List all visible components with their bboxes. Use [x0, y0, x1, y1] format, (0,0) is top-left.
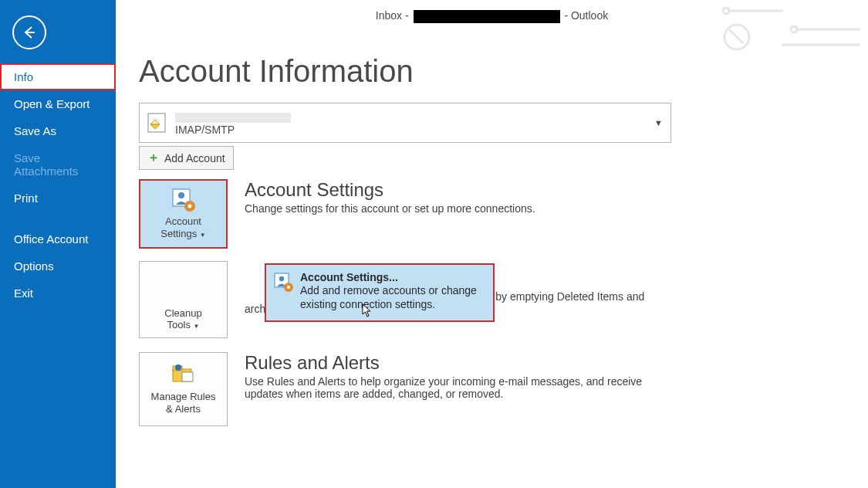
title-suffix: - Outlook: [564, 9, 608, 22]
chevron-down-icon: ▼: [200, 232, 206, 239]
back-arrow-icon: [21, 24, 38, 41]
window-title: Inbox - - Outlook: [139, 0, 845, 28]
chevron-down-icon: ▼: [194, 323, 200, 330]
account-settings-desc: Change settings for this account or set …: [245, 202, 677, 215]
backstage-sidebar: Info Open & Export Save As Save Attachme…: [0, 0, 116, 488]
nav-open-export[interactable]: Open & Export: [0, 90, 116, 117]
cleanup-tools-btn-line2: Tools: [167, 319, 191, 330]
account-settings-heading: Account Settings: [245, 179, 845, 201]
account-protocol: IMAP/SMTP: [175, 124, 654, 136]
add-account-label: Add Account: [164, 152, 225, 164]
svg-point-11: [178, 192, 184, 198]
nav-save-attachments: Save Attachments: [0, 144, 116, 185]
plus-icon: ＋: [147, 150, 160, 166]
main-content: Inbox - - Outlook Account Information: [116, 0, 868, 488]
manage-rules-btn-line2: & Alerts: [166, 403, 201, 415]
account-settings-button[interactable]: Account Settings ▼: [139, 179, 228, 249]
popup-title: Account Settings...: [300, 271, 485, 283]
title-email-redacted: [414, 10, 560, 23]
account-settings-menu-item[interactable]: Account Settings... Add and remove accou…: [265, 263, 495, 322]
account-settings-btn-line2: Settings: [160, 228, 197, 239]
nav-save-as[interactable]: Save As: [0, 117, 116, 144]
nav-office-account[interactable]: Office Account: [0, 225, 116, 252]
account-settings-btn-line1: Account: [165, 215, 201, 227]
cleanup-tools-btn-line1: Cleanup: [164, 307, 201, 319]
svg-point-17: [175, 364, 181, 371]
folder-alert-icon: [171, 363, 196, 388]
manage-rules-button[interactable]: Manage Rules & Alerts: [139, 352, 228, 426]
chevron-down-icon: ▼: [654, 118, 663, 127]
manage-rules-btn-line1: Manage Rules: [151, 391, 216, 402]
svg-point-19: [279, 276, 284, 281]
page-title: Account Information: [139, 54, 845, 89]
person-gear-icon: [171, 188, 196, 212]
add-account-button[interactable]: ＋ Add Account: [139, 146, 234, 170]
nav-exit[interactable]: Exit: [0, 280, 116, 307]
popup-desc: Add and remove accounts or change existi…: [300, 283, 485, 311]
rules-desc: Use Rules and Alerts to help organize yo…: [245, 375, 677, 400]
svg-point-1: [724, 25, 749, 49]
account-email-redacted: [175, 113, 291, 123]
svg-point-21: [287, 286, 290, 289]
mail-account-icon: [147, 110, 169, 135]
title-prefix: Inbox -: [376, 9, 412, 22]
cleanup-tools-button[interactable]: Cleanup Tools ▼: [139, 261, 228, 338]
back-button[interactable]: [12, 15, 46, 49]
svg-rect-16: [182, 372, 193, 381]
svg-point-13: [187, 205, 191, 208]
nav-print[interactable]: Print: [0, 185, 116, 212]
nav-info[interactable]: Info: [0, 63, 116, 90]
rules-heading: Rules and Alerts: [245, 352, 845, 374]
nav-options[interactable]: Options: [0, 252, 116, 280]
person-gear-icon: [274, 273, 294, 293]
account-selector[interactable]: IMAP/SMTP ▼: [139, 103, 671, 143]
